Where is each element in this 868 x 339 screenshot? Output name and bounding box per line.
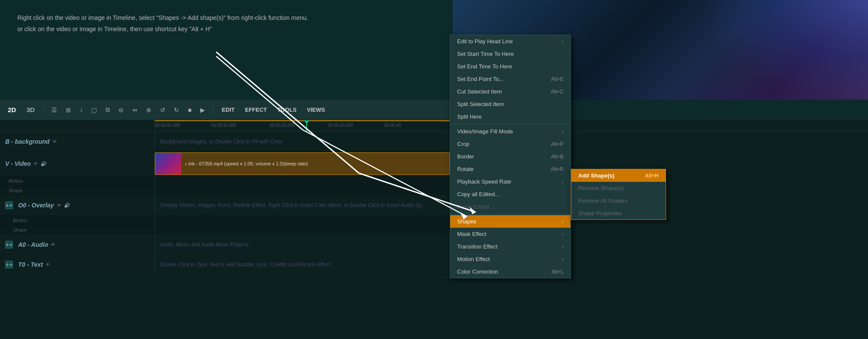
track-background-placeholder: Background Images, or Double Click to Fi… <box>155 132 450 151</box>
add-overlay-button[interactable]: + <box>5 201 13 209</box>
track-audio-eye[interactable] <box>51 242 55 248</box>
submenu-remove-all-shapes[interactable]: Remove All Shapes <box>571 194 666 207</box>
timeline-area: B - background Background Images, or Dou… <box>0 132 450 339</box>
track-audio-name: A0 - Audio <box>18 241 48 248</box>
menu-motion-effect-label: Motion Effect <box>457 256 490 262</box>
submenu-remove-shapes-label: Remove Shape(s) <box>578 185 624 191</box>
stop-icon[interactable]: ■ <box>185 105 194 115</box>
ruler-time-30: 00:00:30.000 <box>328 123 353 128</box>
menu-mask-effect[interactable]: Mask Effect › <box>450 228 570 240</box>
track-background-label: B - background <box>0 132 155 151</box>
track-overlay-motion-row: Motion <box>0 215 450 225</box>
zoom-in-icon[interactable]: ⊕ <box>144 105 154 115</box>
menu-set-end-point[interactable]: Set End Point To... Alt+E <box>450 73 570 85</box>
track-background-eye[interactable] <box>52 139 57 145</box>
views-label[interactable]: VIEWS <box>304 107 329 113</box>
menu-motion-effect[interactable]: Motion Effect › <box>450 253 570 265</box>
submenu-add-shapes[interactable]: Add Shape(s) Alt+H <box>571 169 666 182</box>
toolbar-sep-2 <box>213 105 213 115</box>
video-clip-label: ♪ Ink - 67358.mp4 (speed x 1.00, volume … <box>181 161 312 166</box>
menu-color-correction[interactable]: Color Correction Alt+L <box>450 265 570 278</box>
menu-color-correction-label: Color Correction <box>457 268 498 275</box>
tools-label[interactable]: TOOLS <box>274 107 300 113</box>
menu-transition-effect[interactable]: Transition Effect › <box>450 240 570 253</box>
menu-playback-speed[interactable]: Playback Speed Rate › <box>450 175 570 188</box>
plus-icon-audio: + <box>6 241 13 248</box>
track-overlay-eye[interactable] <box>57 202 61 208</box>
submenu-remove-shapes[interactable]: Remove Shape(s) <box>571 182 666 194</box>
submenu-add-shapes-shortcut: Alt+H <box>645 173 659 179</box>
ruler-time-0: 00:00:00.000 <box>155 123 180 128</box>
track-video-motion-content[interactable] <box>155 176 450 185</box>
edit-label[interactable]: EDIT <box>218 107 238 113</box>
track-overlay-shape-row: Shape <box>0 225 450 234</box>
add-audio-button[interactable]: + <box>5 241 13 249</box>
menu-set-start-time[interactable]: Set Start Time To Here <box>450 48 570 60</box>
overlay-shape-text: Shape <box>13 227 27 232</box>
track-video-main: V - Video ♪ Ink - 67358.mp4 (speed x 1.0… <box>0 152 450 176</box>
menu-set-end-time[interactable]: Set End Time To Here <box>450 60 570 73</box>
frame-icon[interactable]: ▢ <box>89 105 99 115</box>
menu-sep-2 <box>450 214 570 214</box>
menu-cut-selected[interactable]: Cut Selected Item Alt+C <box>450 85 570 98</box>
menu-crop-label: Crop <box>457 141 469 147</box>
track-video-content[interactable]: ♪ Ink - 67358.mp4 (speed x 1.00, volume … <box>155 152 450 176</box>
sort-icon[interactable]: ↕ <box>77 105 85 115</box>
ruler-marks[interactable]: 00:00:00.000 00:00:10.000 00:00:20.000 0… <box>155 120 450 131</box>
grid-icon[interactable]: ⊞ <box>63 105 74 115</box>
menu-copy-all-edited[interactable]: Copy all Edited... <box>450 188 570 200</box>
add-text-button[interactable]: + <box>5 261 13 268</box>
menu-edit-to-play-head-label: Edit to Play Head Line <box>457 38 513 45</box>
track-video-eye[interactable] <box>33 161 38 167</box>
menu-crop[interactable]: Crop Alt+P <box>450 138 570 150</box>
effect-label[interactable]: EFFECT <box>241 107 270 113</box>
track-overlay-motion-content[interactable] <box>155 216 450 225</box>
redo-icon[interactable]: ↻ <box>171 105 182 115</box>
track-audio-content[interactable]: Audio, Music and Audio Mixer Projects <box>155 235 450 254</box>
menu-border[interactable]: Border Alt+B <box>450 150 570 163</box>
menu-rotate[interactable]: Rotate Alt+R <box>450 163 570 175</box>
undo-icon[interactable]: ↺ <box>157 105 168 115</box>
track-video-sound[interactable] <box>41 161 47 167</box>
track-text-content[interactable]: Double Click to Type Text or Add Subtitl… <box>155 255 450 274</box>
menu-shapes[interactable]: Shapes › <box>450 215 570 228</box>
copy-icon[interactable]: ⧉ <box>103 104 112 115</box>
menu-split-here[interactable]: Split Here <box>450 110 570 123</box>
menu-edit-to-play-head[interactable]: Edit to Play Head Line › <box>450 35 570 48</box>
playhead[interactable] <box>306 120 307 131</box>
track-text-name: T0 - Text <box>18 261 43 268</box>
submenu-shape-properties-label: Shape Properties <box>578 210 621 216</box>
track-background-content[interactable]: Background Images, or Double Click to Fi… <box>155 132 450 151</box>
track-overlay-sound[interactable] <box>64 202 70 208</box>
menu-border-shortcut: Alt+B <box>551 154 564 160</box>
track-video-shape-label: Shape <box>0 186 155 195</box>
mode-3d-button[interactable]: 3D <box>23 105 38 114</box>
track-video-shape-content[interactable] <box>155 186 450 195</box>
track-overlay-shape-content[interactable] <box>155 225 450 234</box>
toolbar-sep-1 <box>43 105 44 115</box>
track-text-label: + T0 - Text <box>0 255 155 274</box>
track-video-name: V - Video <box>5 160 31 167</box>
track-video-group: V - Video ♪ Ink - 67358.mp4 (speed x 1.0… <box>0 152 450 195</box>
context-menu: Edit to Play Head Line › Set Start Time … <box>450 35 571 278</box>
menu-shapes-arrow: › <box>562 219 564 224</box>
track-text-eye[interactable] <box>45 262 50 268</box>
mode-2d-button[interactable]: 2D <box>4 105 19 114</box>
menu-set-end-point-shortcut: Alt+E <box>551 76 564 82</box>
video-clip[interactable]: ♪ Ink - 67358.mp4 (speed x 1.00, volume … <box>155 152 450 175</box>
submenu-shape-properties[interactable]: Shape Properties <box>571 207 666 220</box>
fit-icon[interactable]: ⇔ <box>130 105 140 115</box>
track-text-placeholder: Double Click to Type Text or Add Subtitl… <box>155 255 450 274</box>
menu-edit-to-play-head-arrow: › <box>562 39 564 44</box>
zoom-out-icon[interactable]: ⊖ <box>116 105 126 115</box>
timeline-list-icon[interactable]: ☰ <box>49 105 60 115</box>
menu-video-fill-mode[interactable]: Video/Image Fill Mode › <box>450 125 570 138</box>
video-thumbnail <box>155 153 181 174</box>
menu-paste-edited[interactable]: Paste Edited... <box>450 200 570 213</box>
menu-shapes-label: Shapes <box>457 218 476 225</box>
track-overlay-content[interactable]: Overlay Videos, Images, Icons, Particle … <box>155 195 450 215</box>
shapes-submenu: Add Shape(s) Alt+H Remove Shape(s) Remov… <box>571 169 666 220</box>
play-icon[interactable]: ▶ <box>198 105 208 115</box>
menu-split-selected[interactable]: Split Selected Item <box>450 98 570 110</box>
instruction-area: Right click on the video or image in Tim… <box>0 0 450 100</box>
